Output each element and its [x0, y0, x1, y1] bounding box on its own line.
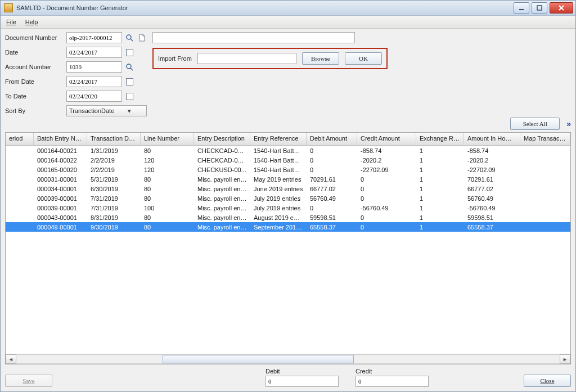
from-date-picker-button[interactable]: [124, 76, 134, 87]
debit-label: Debit: [266, 368, 350, 375]
scroll-track[interactable]: [16, 354, 560, 364]
date-label: Date: [5, 49, 64, 56]
cell: 0: [357, 176, 416, 183]
cell: 59598.51: [464, 214, 520, 221]
close-app-button[interactable]: Close: [524, 375, 571, 387]
minimize-button[interactable]: [514, 2, 529, 13]
scroll-thumb[interactable]: [163, 355, 354, 363]
col-header[interactable]: Line Number: [141, 133, 194, 145]
sort-by-combo[interactable]: TransactionDate ▾: [66, 105, 147, 116]
grid-toolbar: Select All »: [5, 118, 571, 130]
cell: 0: [307, 157, 357, 164]
more-arrows-icon[interactable]: »: [564, 119, 571, 128]
cell: 80: [141, 195, 194, 202]
table-row[interactable]: 000164-000222/2/2019120CHECKCAD-000...15…: [6, 155, 570, 165]
cell: Misc. payroll entr...: [194, 186, 250, 192]
cell: 0: [357, 224, 416, 231]
table-row[interactable]: 000049-000019/30/201980Misc. payroll ent…: [6, 222, 570, 232]
cell: 000164-00022: [34, 157, 87, 164]
col-header[interactable]: Batch Entry Nu...: [34, 133, 87, 145]
cell: 8/31/2019: [87, 214, 141, 221]
cell: 1: [416, 205, 464, 211]
menu-file[interactable]: File: [3, 17, 20, 26]
col-header[interactable]: Map Transaction: [520, 133, 570, 145]
description-input[interactable]: [152, 32, 355, 43]
cell: -858.74: [464, 147, 520, 154]
account-lookup-button[interactable]: [124, 62, 134, 72]
doc-number-label: Document Number: [5, 34, 64, 41]
window-title: SAMLTD - Document Number Generator: [16, 4, 511, 11]
cell: 0: [357, 195, 416, 202]
cell: 7/31/2019: [87, 205, 141, 211]
debit-total-input[interactable]: [266, 376, 339, 387]
new-doc-button[interactable]: [137, 33, 147, 43]
close-button[interactable]: [550, 2, 573, 13]
cell: 80: [141, 214, 194, 221]
doc-number-input[interactable]: [66, 32, 122, 43]
close-icon: [558, 5, 565, 11]
to-date-picker-button[interactable]: [124, 91, 134, 101]
table-row[interactable]: 000034-000016/30/201980Misc. payroll ent…: [6, 184, 570, 193]
menu-help[interactable]: Help: [22, 17, 42, 26]
col-header[interactable]: Credit Amount: [357, 133, 416, 145]
cell: 1/31/2019: [87, 147, 141, 154]
browse-button[interactable]: Browse: [302, 52, 339, 65]
scroll-left-button[interactable]: ◄: [6, 354, 16, 364]
ok-button[interactable]: OK: [345, 52, 382, 65]
cell: -22702.09: [357, 166, 416, 173]
cell: 1: [416, 147, 464, 154]
from-date-label: From Date: [5, 78, 64, 85]
svg-line-7: [130, 68, 133, 70]
cell: September 2019...: [250, 224, 307, 231]
col-header[interactable]: Amount In Home...: [464, 133, 520, 145]
date-picker-button[interactable]: [124, 47, 134, 57]
grid-hscrollbar[interactable]: ◄ ►: [6, 354, 570, 364]
table-row[interactable]: 000043-000018/31/201980Misc. payroll ent…: [6, 213, 570, 222]
left-form: Document Number Date Account Number: [5, 32, 147, 116]
cell: 1: [416, 157, 464, 164]
cell: 0: [307, 166, 357, 173]
col-header[interactable]: Entry Reference: [250, 133, 307, 145]
account-input[interactable]: [66, 61, 122, 73]
col-header[interactable]: Entry Description: [194, 133, 250, 145]
sort-by-label: Sort By: [5, 107, 64, 114]
app-window: SAMLTD - Document Number Generator File …: [0, 0, 576, 392]
select-all-button[interactable]: Select All: [510, 118, 560, 130]
minimize-icon: [519, 5, 524, 11]
cell: 80: [141, 224, 194, 231]
maximize-icon: [537, 5, 542, 11]
cell: CHECKCAD-000...: [194, 157, 250, 164]
col-header[interactable]: Transaction Date: [87, 133, 141, 145]
table-row[interactable]: 000164-000211/31/201980CHECKCAD-000...15…: [6, 146, 570, 155]
credit-total-input[interactable]: [356, 376, 429, 387]
date-input[interactable]: [66, 47, 122, 58]
grid-header: eriodBatch Entry Nu...Transaction DateLi…: [6, 133, 570, 146]
cell: 000039-00001: [34, 205, 87, 211]
import-from-group: Import From Browse OK: [152, 48, 388, 69]
save-button[interactable]: Save: [5, 375, 52, 387]
from-date-input[interactable]: [66, 76, 122, 87]
account-label: Account Number: [5, 64, 64, 70]
cell: CHECKCAD-000...: [194, 147, 250, 154]
to-date-input[interactable]: [66, 91, 122, 102]
table-row[interactable]: 000165-000202/2/2019120CHECKUSD-00...154…: [6, 165, 570, 174]
col-header[interactable]: eriod: [6, 133, 34, 145]
col-header[interactable]: Debit Amount: [307, 133, 357, 145]
maximize-button[interactable]: [532, 2, 547, 13]
scroll-right-button[interactable]: ►: [560, 354, 570, 364]
cell: 1540-Hart Batter...: [250, 166, 307, 173]
table-row[interactable]: 000039-000017/31/201980Misc. payroll ent…: [6, 193, 570, 203]
grid-body[interactable]: 000164-000211/31/201980CHECKCAD-000...15…: [6, 146, 570, 354]
table-row[interactable]: 000031-000015/31/201980Misc. payroll ent…: [6, 174, 570, 184]
cell: July 2019 entries: [250, 195, 307, 202]
cell: 000039-00001: [34, 195, 87, 202]
doc-lookup-button[interactable]: [124, 33, 134, 43]
import-path-input[interactable]: [197, 53, 296, 64]
cell: 000164-00021: [34, 147, 87, 154]
cell: 100: [141, 205, 194, 211]
cell: 1: [416, 214, 464, 221]
table-row[interactable]: 000039-000017/31/2019100Misc. payroll en…: [6, 203, 570, 213]
svg-point-6: [127, 64, 131, 69]
cell: 1: [416, 186, 464, 192]
col-header[interactable]: Exchange Rate: [416, 133, 464, 145]
